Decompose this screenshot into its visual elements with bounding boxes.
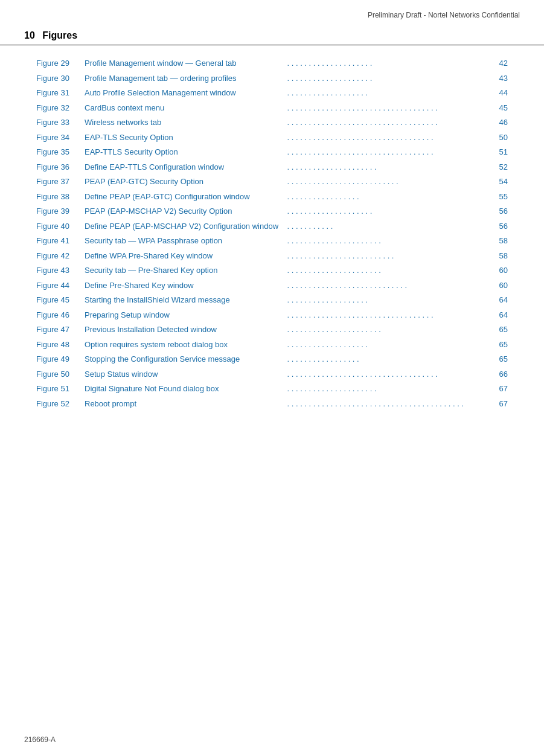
toc-dots: . . . . . . . . . . . . . . . . . . . . … <box>286 176 490 188</box>
toc-page-num: 64 <box>490 294 508 306</box>
toc-figure-num: Figure 43 <box>36 264 85 277</box>
toc-page-num: 58 <box>490 235 508 247</box>
toc-figure-title: Security tab — WPA Passphrase option <box>85 235 286 247</box>
page-footer: 216669-A <box>24 735 56 744</box>
section-number: 10 <box>24 30 35 40</box>
toc-entry[interactable]: Figure 31Auto Profile Selection Manageme… <box>36 87 508 99</box>
toc-dots: . . . . . . . . . . . . . . . . . . . . … <box>286 117 490 129</box>
toc-page-num: 51 <box>490 146 508 158</box>
toc-figure-title: Wireless networks tab <box>85 117 286 129</box>
toc-page-num: 55 <box>490 191 508 203</box>
toc-figure-num: Figure 40 <box>36 220 85 232</box>
toc-figure-num: Figure 48 <box>36 339 85 351</box>
toc-entry[interactable]: Figure 47Previous Installation Detected … <box>36 324 508 336</box>
toc-page-num: 43 <box>490 72 508 85</box>
toc-figure-num: Figure 35 <box>36 146 85 158</box>
toc-dots: . . . . . . . . . . . . . . . . . . . . … <box>286 368 490 380</box>
toc-figure-title: Define Pre-Shared Key window <box>85 280 286 292</box>
toc-figure-title: CardBus context menu <box>85 102 286 114</box>
toc-entry[interactable]: Figure 40Define PEAP (EAP-MSCHAP V2) Con… <box>36 220 508 232</box>
toc-figure-title: Stopping the Configuration Service messa… <box>85 353 286 365</box>
toc-figure-title: Define EAP-TTLS Configuration window <box>85 161 286 173</box>
header-text: Preliminary Draft - Nortel Networks Conf… <box>368 11 520 19</box>
toc-page-num: 60 <box>490 280 508 292</box>
toc-entry[interactable]: Figure 49Stopping the Configuration Serv… <box>36 353 508 365</box>
toc-page-num: 66 <box>490 368 508 380</box>
toc-dots: . . . . . . . . . . . . . . . . . . . . … <box>286 280 490 292</box>
toc-entry[interactable]: Figure 30Profile Management tab — orderi… <box>36 72 508 85</box>
toc-entry[interactable]: Figure 44Define Pre-Shared Key window . … <box>36 280 508 292</box>
toc-figure-title: Reboot prompt <box>85 398 286 410</box>
footer-text: 216669-A <box>24 735 56 744</box>
toc-dots: . . . . . . . . . . . . . . . . . <box>286 353 490 365</box>
toc-figure-num: Figure 39 <box>36 205 85 217</box>
toc-page-num: 65 <box>490 353 508 365</box>
toc-figure-title: Digital Signature Not Found dialog box <box>85 383 286 395</box>
toc-dots: . . . . . . . . . . . . . . . . . . . . … <box>286 383 490 395</box>
toc-entry[interactable]: Figure 36Define EAP-TTLS Configuration w… <box>36 161 508 173</box>
toc-figure-title: Starting the InstallShield Wizard messag… <box>85 294 286 306</box>
toc-figure-num: Figure 37 <box>36 176 85 188</box>
toc-dots: . . . . . . . . . . . . . . . . . . . . … <box>286 398 490 410</box>
toc-page-num: 67 <box>490 398 508 410</box>
toc-figure-num: Figure 30 <box>36 72 85 85</box>
toc-entry[interactable]: Figure 51Digital Signature Not Found dia… <box>36 383 508 395</box>
toc-figure-num: Figure 44 <box>36 280 85 292</box>
toc-figure-title: PEAP (EAP-GTC) Security Option <box>85 176 286 188</box>
toc-entry[interactable]: Figure 41Security tab — WPA Passphrase o… <box>36 235 508 247</box>
toc-entry[interactable]: Figure 45Starting the InstallShield Wiza… <box>36 294 508 306</box>
toc-entry[interactable]: Figure 50Setup Status window . . . . . .… <box>36 368 508 380</box>
toc-page-num: 67 <box>490 383 508 395</box>
toc-entry[interactable]: Figure 29Profile Management window — Gen… <box>36 57 508 69</box>
toc-entry[interactable]: Figure 52Reboot prompt . . . . . . . . .… <box>36 398 508 410</box>
toc-entry[interactable]: Figure 33Wireless networks tab . . . . .… <box>36 117 508 129</box>
toc-figure-num: Figure 52 <box>36 398 85 410</box>
section-title: Figures <box>37 30 77 40</box>
toc-page-num: 65 <box>490 339 508 351</box>
toc-figure-title: Auto Profile Selection Management window <box>85 87 286 99</box>
toc-figure-num: Figure 32 <box>36 102 85 114</box>
toc-entry[interactable]: Figure 39PEAP (EAP-MSCHAP V2) Security O… <box>36 205 508 217</box>
toc-figure-num: Figure 46 <box>36 309 85 321</box>
toc-entry[interactable]: Figure 43Security tab — Pre-Shared Key o… <box>36 264 508 277</box>
toc-figure-num: Figure 34 <box>36 132 85 144</box>
toc-page-num: 56 <box>490 205 508 217</box>
toc-dots: . . . . . . . . . . . . . . . . . . . . … <box>286 132 490 144</box>
toc-entry[interactable]: Figure 35EAP-TTLS Security Option . . . … <box>36 146 508 158</box>
toc-dots: . . . . . . . . . . . . . . . . . . . . … <box>286 146 490 158</box>
toc-entry[interactable]: Figure 32CardBus context menu . . . . . … <box>36 102 508 114</box>
toc-figure-title: Profile Management tab — ordering profil… <box>85 72 286 85</box>
toc-dots: . . . . . . . . . . . . . . . . . . . . … <box>286 250 490 262</box>
toc-entry[interactable]: Figure 38Define PEAP (EAP-GTC) Configura… <box>36 191 508 203</box>
toc-figure-num: Figure 49 <box>36 353 85 365</box>
toc-figure-title: Preparing Setup window <box>85 309 286 321</box>
toc-page-num: 58 <box>490 250 508 262</box>
toc-page-num: 52 <box>490 161 508 173</box>
toc-figure-title: Previous Installation Detected window <box>85 324 286 336</box>
toc-page-num: 54 <box>490 176 508 188</box>
toc-dots: . . . . . . . . . . . . . . . . . . . <box>286 339 490 351</box>
toc-dots: . . . . . . . . . . . . . . . . . . . . <box>286 72 490 85</box>
toc-figure-title: Define PEAP (EAP-GTC) Configuration wind… <box>85 191 286 203</box>
toc-dots: . . . . . . . . . . . . . . . . . . . . … <box>286 161 490 173</box>
toc-dots: . . . . . . . . . . . . . . . . . . . <box>286 294 490 306</box>
toc-entry[interactable]: Figure 34EAP-TLS Security Option . . . .… <box>36 132 508 144</box>
toc-figure-title: PEAP (EAP-MSCHAP V2) Security Option <box>85 205 286 217</box>
toc-entry[interactable]: Figure 42Define WPA Pre-Shared Key windo… <box>36 250 508 262</box>
toc-entry[interactable]: Figure 48Option requires system reboot d… <box>36 339 508 351</box>
toc-entry[interactable]: Figure 37PEAP (EAP-GTC) Security Option … <box>36 176 508 188</box>
toc-figure-title: EAP-TTLS Security Option <box>85 146 286 158</box>
toc-page-num: 44 <box>490 87 508 99</box>
toc-dots: . . . . . . . . . . . <box>286 220 490 232</box>
toc-dots: . . . . . . . . . . . . . . . . . . . . <box>286 57 490 69</box>
toc-figure-title: Setup Status window <box>85 368 286 380</box>
toc-figure-title: Option requires system reboot dialog box <box>85 339 286 351</box>
toc-dots: . . . . . . . . . . . . . . . . . . . . … <box>286 324 490 336</box>
toc-dots: . . . . . . . . . . . . . . . . . . . . <box>286 205 490 217</box>
toc-page-num: 46 <box>490 117 508 129</box>
toc-page-num: 42 <box>490 57 508 69</box>
toc-dots: . . . . . . . . . . . . . . . . . . . . … <box>286 309 490 321</box>
toc-figure-num: Figure 36 <box>36 161 85 173</box>
toc-entry[interactable]: Figure 46Preparing Setup window . . . . … <box>36 309 508 321</box>
toc-container: Figure 29Profile Management window — Gen… <box>0 51 544 424</box>
